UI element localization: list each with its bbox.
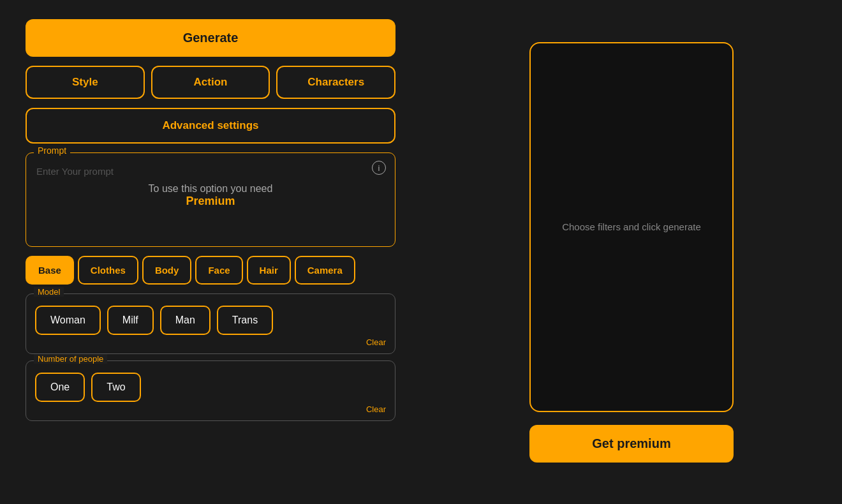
- model-clear[interactable]: Clear: [35, 337, 386, 347]
- model-option-milf[interactable]: Milf: [107, 306, 154, 335]
- sections-wrapper: Model Woman Milf Man Trans Clear Number …: [26, 293, 395, 421]
- left-panel: Generate Style Action Characters Advance…: [0, 0, 421, 504]
- people-option-one[interactable]: One: [35, 373, 85, 402]
- model-options-row: Woman Milf Man Trans: [35, 306, 386, 335]
- prompt-overlay-text: To use this option you need: [36, 183, 385, 195]
- info-icon[interactable]: i: [372, 161, 386, 175]
- people-options-row: One Two: [35, 373, 386, 402]
- people-option-two[interactable]: Two: [91, 373, 140, 402]
- model-section-label: Model: [34, 287, 64, 297]
- people-clear[interactable]: Clear: [35, 404, 386, 414]
- get-premium-button[interactable]: Get premium: [529, 425, 734, 463]
- filter-tabs-row: Base Clothes Body Face Hair Camera: [26, 256, 395, 285]
- advanced-settings-button[interactable]: Advanced settings: [26, 108, 395, 144]
- top-tabs-row: Style Action Characters: [26, 66, 395, 99]
- filter-tab-hair[interactable]: Hair: [247, 256, 291, 285]
- prompt-overlay: To use this option you need Premium: [36, 183, 385, 208]
- filter-tab-face[interactable]: Face: [195, 256, 242, 285]
- people-section: Number of people One Two Clear: [26, 360, 395, 421]
- people-section-label: Number of people: [34, 354, 107, 364]
- prompt-label: Prompt: [34, 145, 70, 156]
- right-panel: Choose filters and click generate Get pr…: [421, 0, 842, 504]
- prompt-container: Prompt i Enter Your prompt To use this o…: [26, 152, 395, 247]
- prompt-premium-text: Premium: [36, 195, 385, 208]
- filter-tab-clothes[interactable]: Clothes: [78, 256, 138, 285]
- preview-box: Choose filters and click generate: [529, 42, 734, 412]
- generate-button[interactable]: Generate: [26, 19, 395, 57]
- model-section: Model Woman Milf Man Trans Clear: [26, 293, 395, 354]
- model-option-man[interactable]: Man: [160, 306, 211, 335]
- filter-tab-body[interactable]: Body: [142, 256, 192, 285]
- model-option-woman[interactable]: Woman: [35, 306, 101, 335]
- prompt-placeholder: Enter Your prompt: [36, 166, 385, 177]
- tab-action[interactable]: Action: [151, 66, 270, 99]
- filter-tab-base[interactable]: Base: [26, 256, 74, 285]
- filter-tab-camera[interactable]: Camera: [295, 256, 355, 285]
- tab-characters[interactable]: Characters: [276, 66, 395, 99]
- tab-style[interactable]: Style: [26, 66, 145, 99]
- model-option-trans[interactable]: Trans: [217, 306, 273, 335]
- preview-placeholder-text: Choose filters and click generate: [562, 221, 701, 232]
